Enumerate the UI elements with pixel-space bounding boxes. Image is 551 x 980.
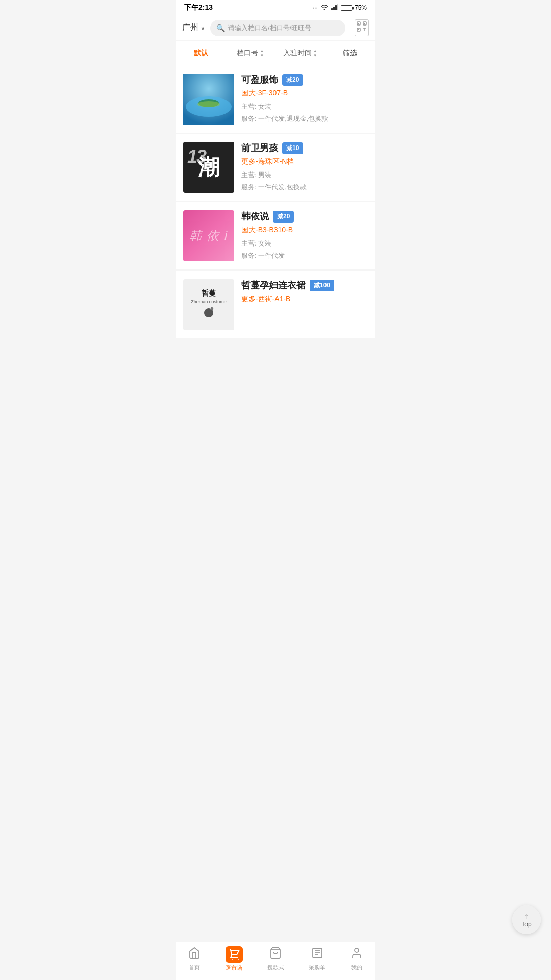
discount-badge: 减10 bbox=[282, 142, 303, 154]
shop-thumbnail: 13 潮 bbox=[183, 142, 234, 193]
sort-default-label: 默认 bbox=[194, 48, 208, 58]
shop-name: 前卫男孩 bbox=[241, 142, 278, 154]
svg-rect-7 bbox=[358, 23, 359, 24]
header: 广州 ∨ 🔍 请输入档口名/档口号/旺旺号 bbox=[176, 15, 375, 40]
shop-location: 更多-海珠区-N档 bbox=[241, 157, 368, 166]
shop-main-business: 主营: 女装 bbox=[241, 239, 368, 248]
sort-time-label: 入驻时间 bbox=[283, 48, 312, 58]
shop-name: 可盈服饰 bbox=[241, 74, 278, 86]
sort-booth-arrows: ▲ ▼ bbox=[260, 49, 264, 58]
shop-name: 韩依说 bbox=[241, 210, 269, 223]
shop-name: 哲蔓孕妇连衣裙 bbox=[241, 279, 306, 291]
status-icons: ··· 75% bbox=[313, 4, 367, 12]
sort-booth-label: 档口号 bbox=[237, 48, 258, 58]
discount-badge: 减100 bbox=[310, 280, 334, 291]
search-bar[interactable]: 🔍 请输入档口名/档口号/旺旺号 bbox=[210, 20, 345, 36]
title-row: 韩依说 减20 bbox=[241, 210, 368, 223]
shop-service: 服务: 一件代发,包换款 bbox=[241, 183, 368, 192]
shop-image: 13 潮 bbox=[183, 142, 234, 193]
svg-rect-3 bbox=[337, 4, 338, 10]
battery-percentage: 75% bbox=[355, 4, 367, 11]
svg-rect-1 bbox=[333, 7, 335, 10]
list-item[interactable]: 哲蔓 Zheman costume 哲蔓孕妇连衣裙 减100 更多-西街-A1-… bbox=[176, 271, 375, 338]
dots-icon: ··· bbox=[313, 4, 318, 11]
shop-location: 国大-3F-307-B bbox=[241, 89, 368, 98]
title-row: 前卫男孩 减10 bbox=[241, 142, 368, 154]
sort-bar: 默认 档口号 ▲ ▼ 入驻时间 ▲ ▼ 筛选 bbox=[176, 41, 375, 65]
shop-service: 服务: 一件代发,退现金,包换款 bbox=[241, 114, 368, 124]
shop-list: 可盈服饰 减20 国大-3F-307-B 主营: 女装 服务: 一件代发,退现金… bbox=[176, 65, 375, 338]
location-text: 广州 bbox=[182, 22, 198, 33]
shop-thumbnail: 韩 依 i bbox=[183, 210, 234, 261]
svg-rect-8 bbox=[364, 23, 365, 24]
signal-icon bbox=[331, 4, 338, 12]
shop-image bbox=[183, 74, 234, 125]
list-item[interactable]: 可盈服饰 减20 国大-3F-307-B 主营: 女装 服务: 一件代发,退现金… bbox=[176, 65, 375, 133]
search-input[interactable]: 请输入档口名/档口号/旺旺号 bbox=[228, 23, 339, 33]
shop-image: 哲蔓 Zheman costume bbox=[183, 279, 234, 330]
shop-location: 更多-西街-A1-B bbox=[241, 295, 368, 304]
svg-point-15 bbox=[197, 101, 220, 107]
shop-info: 韩依说 减20 国大-B3-B310-B 主营: 女装 服务: 一件代发 bbox=[241, 210, 368, 260]
battery-icon bbox=[341, 4, 352, 11]
shop-info: 前卫男孩 减10 更多-海珠区-N档 主营: 男装 服务: 一件代发,包换款 bbox=[241, 142, 368, 192]
title-row: 可盈服饰 减20 bbox=[241, 74, 368, 86]
status-bar: 下午2:13 ··· 75% bbox=[176, 0, 375, 15]
shop-main-business: 主营: 男装 bbox=[241, 170, 368, 180]
status-time: 下午2:13 bbox=[184, 3, 213, 12]
filter-button[interactable]: 筛选 bbox=[325, 41, 375, 65]
title-row: 哲蔓孕妇连衣裙 减100 bbox=[241, 279, 368, 291]
svg-rect-9 bbox=[358, 29, 359, 30]
shop-service: 服务: 一件代发 bbox=[241, 251, 368, 260]
scan-icon[interactable] bbox=[355, 19, 369, 36]
sort-default[interactable]: 默认 bbox=[176, 41, 226, 65]
sort-time-arrows: ▲ ▼ bbox=[313, 49, 317, 58]
discount-badge: 减20 bbox=[273, 211, 294, 223]
shop-thumbnail: 哲蔓 Zheman costume bbox=[183, 279, 234, 330]
sort-booth[interactable]: 档口号 ▲ ▼ bbox=[226, 41, 275, 65]
list-item[interactable]: 13 潮 前卫男孩 减10 更多-海珠区-N档 主营: 男装 服务: 一件代发,… bbox=[176, 134, 375, 201]
shop-main-business: 主营: 女装 bbox=[241, 102, 368, 111]
shop-location: 国大-B3-B310-B bbox=[241, 226, 368, 235]
shop-image: 韩 依 i bbox=[183, 210, 234, 261]
discount-badge: 减20 bbox=[282, 74, 303, 86]
location-selector[interactable]: 广州 ∨ bbox=[182, 22, 205, 33]
chevron-down-icon: ∨ bbox=[201, 24, 205, 32]
sort-time[interactable]: 入驻时间 ▲ ▼ bbox=[276, 41, 325, 65]
svg-rect-0 bbox=[331, 8, 333, 10]
svg-rect-2 bbox=[335, 5, 337, 10]
wifi-icon bbox=[320, 4, 329, 12]
list-item[interactable]: 韩 依 i 韩依说 减20 国大-B3-B310-B 主营: 女装 服务: 一件… bbox=[176, 202, 375, 270]
shop-info: 哲蔓孕妇连衣裙 减100 更多-西街-A1-B bbox=[241, 279, 368, 308]
shop-info: 可盈服饰 减20 国大-3F-307-B 主营: 女装 服务: 一件代发,退现金… bbox=[241, 74, 368, 124]
filter-label: 筛选 bbox=[343, 48, 357, 58]
shop-thumbnail bbox=[183, 74, 234, 125]
search-icon: 🔍 bbox=[216, 24, 225, 32]
